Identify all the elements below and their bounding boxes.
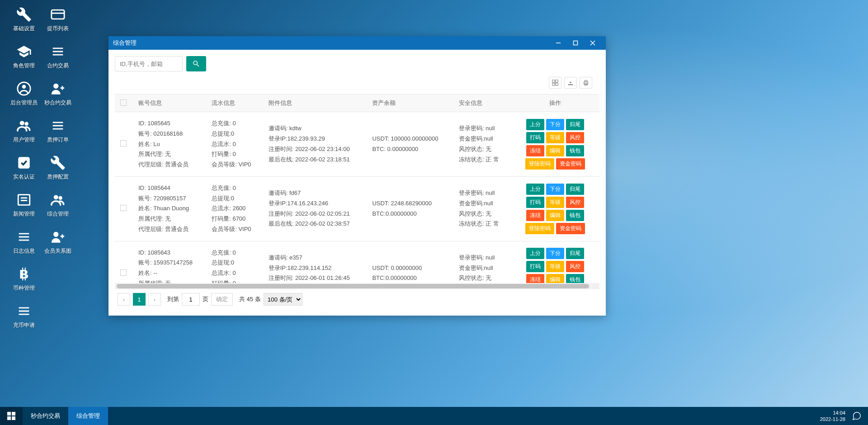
columns-icon[interactable] — [549, 77, 561, 89]
op-归尾[interactable]: 归尾 — [566, 184, 584, 195]
svg-text:B: B — [19, 267, 28, 281]
print-icon[interactable] — [580, 77, 592, 89]
user-plus-icon — [50, 81, 66, 96]
window-comprehensive: 综合管理 账号信息 流水信息 附件信息 资产余额 — [108, 36, 606, 316]
desktop-icon-实名认证[interactable]: 实名认证 — [7, 155, 41, 181]
desktop-icon-提币列表[interactable]: 提币列表 — [41, 7, 75, 33]
col-asset: 资产余额 — [367, 94, 453, 112]
row-checkbox[interactable] — [120, 140, 127, 146]
desktop-icon-角色管理[interactable]: 角色管理 — [7, 44, 41, 70]
op-下分[interactable]: 下分 — [546, 248, 564, 259]
op-资金密码[interactable]: 资金密码 — [556, 158, 585, 170]
svg-rect-24 — [556, 83, 558, 85]
op-编辑[interactable]: 编辑 — [546, 210, 564, 221]
maximize-button[interactable] — [567, 36, 584, 50]
select-all-checkbox[interactable] — [120, 99, 127, 106]
svg-rect-31 — [12, 416, 15, 420]
svg-point-11 — [53, 195, 58, 199]
desktop-icon-质押订单[interactable]: 质押订单 — [41, 118, 75, 144]
list-icon — [16, 229, 32, 245]
op-等级[interactable]: 等级 — [546, 132, 564, 143]
op-等级[interactable]: 等级 — [546, 261, 564, 272]
desktop-icon-会员关系图[interactable]: 会员关系图 — [41, 229, 75, 255]
desktop-icon-综合管理[interactable]: 综合管理 — [41, 192, 75, 218]
svg-point-13 — [53, 232, 58, 237]
op-冻结[interactable]: 冻结 — [526, 210, 544, 221]
page-next[interactable]: › — [148, 293, 161, 306]
desktop-icon-label: 后台管理员 — [10, 99, 38, 107]
search-input[interactable] — [115, 56, 183, 71]
op-风控[interactable]: 风控 — [566, 261, 584, 272]
desktop-icon-秒合约交易[interactable]: 秒合约交易 — [41, 81, 75, 107]
desktop-icon-质押配置[interactable]: 质押配置 — [41, 155, 75, 181]
clock-time: 14:04 — [820, 410, 845, 416]
per-page-select[interactable]: 100 条/页 — [264, 293, 302, 306]
col-security: 安全信息 — [453, 94, 511, 112]
op-打码[interactable]: 打码 — [526, 261, 544, 272]
op-打码[interactable]: 打码 — [526, 197, 544, 208]
op-归尾[interactable]: 归尾 — [566, 248, 584, 259]
op-冻结[interactable]: 冻结 — [526, 145, 544, 156]
user-plus-icon — [50, 229, 66, 245]
desktop-icon-label: 日志信息 — [13, 247, 35, 255]
desktop-icon-基础设置[interactable]: 基础设置 — [7, 7, 41, 33]
page-label: 页 — [203, 295, 208, 303]
goto-input[interactable] — [182, 293, 200, 306]
horizontal-scrollbar[interactable] — [115, 283, 599, 289]
op-上分[interactable]: 上分 — [526, 248, 544, 259]
op-编辑[interactable]: 编辑 — [546, 274, 564, 283]
op-打码[interactable]: 打码 — [526, 132, 544, 143]
svg-rect-22 — [556, 80, 558, 82]
desktop-icon-新闻管理[interactable]: 新闻管理 — [7, 192, 41, 218]
table-wrapper[interactable]: 账号信息 流水信息 附件信息 资产余额 安全信息 操作 ID: 1085645账… — [115, 94, 599, 283]
op-钱包[interactable]: 钱包 — [566, 145, 584, 156]
op-下分[interactable]: 下分 — [546, 184, 564, 195]
op-钱包[interactable]: 钱包 — [566, 274, 584, 283]
task-item-综合管理[interactable]: 综合管理 — [68, 407, 108, 425]
col-attach: 附件信息 — [263, 94, 367, 112]
svg-rect-21 — [552, 80, 555, 82]
op-归尾[interactable]: 归尾 — [566, 119, 584, 130]
op-资金密码[interactable]: 资金密码 — [556, 223, 585, 234]
desktop-icon-日志信息[interactable]: 日志信息 — [7, 229, 41, 255]
op-下分[interactable]: 下分 — [546, 119, 564, 130]
list-icon — [50, 44, 66, 59]
row-checkbox[interactable] — [120, 269, 127, 276]
row-checkbox[interactable] — [120, 205, 127, 211]
op-登陆密码[interactable]: 登陆密码 — [525, 158, 554, 170]
chat-icon[interactable] — [852, 411, 862, 421]
start-button[interactable] — [0, 407, 23, 425]
titlebar[interactable]: 综合管理 — [108, 36, 606, 50]
task-item-秒合约交易[interactable]: 秒合约交易 — [23, 407, 68, 425]
op-风控[interactable]: 风控 — [566, 132, 584, 143]
users-icon — [16, 118, 32, 133]
minimize-button[interactable] — [550, 36, 567, 50]
close-button[interactable] — [584, 36, 601, 50]
table-row: ID: 1085645账号: 020168168姓名: Lu所属代理: 无代理层… — [115, 112, 599, 177]
op-登陆密码[interactable]: 登陆密码 — [525, 223, 554, 234]
op-钱包[interactable]: 钱包 — [566, 210, 584, 221]
desktop-icon-充币申请[interactable]: 充币申请 — [7, 303, 41, 329]
search-icon — [192, 60, 200, 68]
users-icon — [50, 192, 66, 208]
desktop-icon-合约交易[interactable]: 合约交易 — [41, 44, 75, 70]
op-等级[interactable]: 等级 — [546, 197, 564, 208]
op-上分[interactable]: 上分 — [526, 119, 544, 130]
goto-confirm[interactable]: 确定 — [211, 293, 233, 306]
op-风控[interactable]: 风控 — [566, 197, 584, 208]
export-icon[interactable] — [564, 77, 577, 89]
desktop-icon-后台管理员[interactable]: 后台管理员 — [7, 81, 41, 107]
card-icon — [50, 7, 66, 22]
svg-rect-26 — [585, 80, 587, 82]
desktop-icon-币种管理[interactable]: B币种管理 — [7, 266, 41, 292]
desktop-icon-用户管理[interactable]: 用户管理 — [7, 118, 41, 144]
page-current[interactable]: 1 — [133, 293, 146, 306]
page-prev[interactable]: ‹ — [118, 293, 130, 306]
search-button[interactable] — [186, 56, 206, 71]
op-上分[interactable]: 上分 — [526, 184, 544, 195]
desktop-icon-label: 充币申请 — [13, 321, 35, 329]
user-circle-icon — [16, 81, 32, 96]
op-冻结[interactable]: 冻结 — [526, 274, 544, 283]
op-编辑[interactable]: 编辑 — [546, 145, 564, 156]
table-row: ID: 1085643账号: 159357147258姓名: --所属代理: 无… — [115, 241, 599, 283]
